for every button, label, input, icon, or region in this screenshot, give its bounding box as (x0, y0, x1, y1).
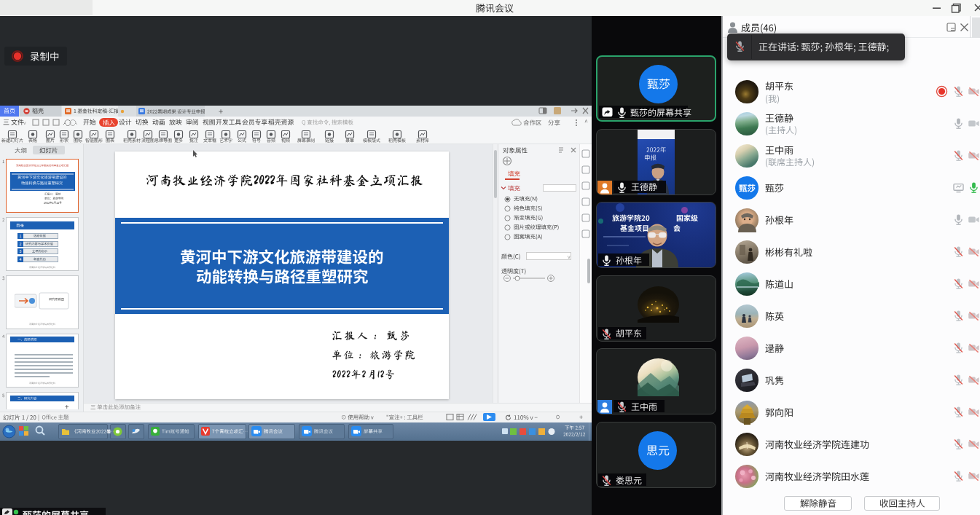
svg-text:2: 2 (20, 242, 22, 246)
svg-text:1: 1 (20, 234, 22, 238)
svg-text:4: 4 (20, 257, 22, 262)
svg-text:3: 3 (20, 249, 22, 253)
